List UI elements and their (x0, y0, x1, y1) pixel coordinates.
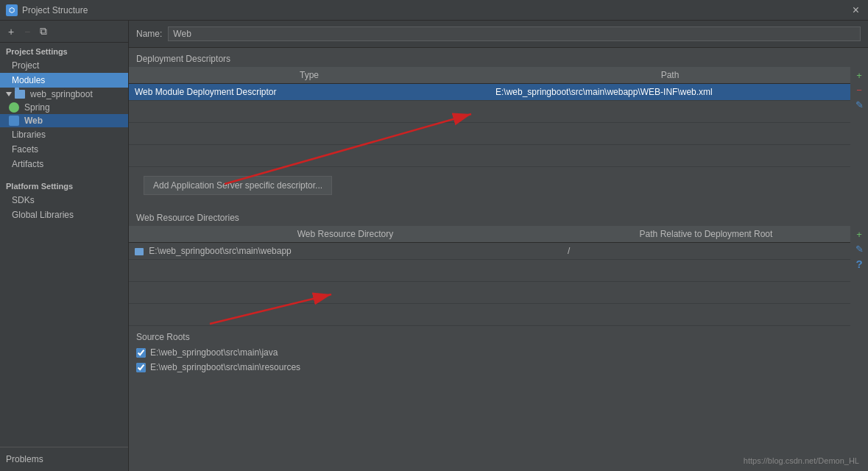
table-row-empty (129, 282, 850, 304)
deployment-descriptors-title: Deployment Descriptors (129, 48, 868, 67)
col-type: Type (129, 67, 490, 84)
sidebar: + − ⧉ Project Settings Project Modules w… (0, 21, 129, 471)
web-resource-action-buttons: + ✎ ? (850, 226, 868, 326)
table-row[interactable]: Web Module Deployment Descriptor E:\web_… (129, 84, 850, 101)
content-scroll: Deployment Descriptors Type Path Web Mod (129, 48, 868, 471)
problems-section: Problems (0, 447, 128, 471)
app-icon: ⬡ (6, 4, 18, 16)
web-resource-table: Web Resource Directory Path Relative to … (129, 226, 850, 326)
sidebar-item-global-libraries[interactable]: Global Libraries (0, 208, 128, 222)
source-roots-title: Source Roots (129, 326, 868, 345)
table-row-empty (129, 260, 850, 282)
sidebar-item-sdks[interactable]: SDKs (0, 193, 128, 208)
name-row: Name: (129, 21, 868, 48)
title-bar: ⬡ Project Structure × (0, 0, 868, 21)
expand-icon (6, 92, 12, 96)
sidebar-item-project[interactable]: Project (0, 58, 128, 73)
tree-web[interactable]: Web (0, 114, 128, 127)
content-panel: Name: Deployment Descriptors Type Path (129, 21, 868, 471)
add-descriptor-button-container: Add Application Server specific descript… (129, 167, 868, 207)
sidebar-item-libraries[interactable]: Libraries (0, 127, 128, 142)
watermark: https://blog.csdn.net/Demon_HL (744, 456, 859, 465)
cell-web-dir: E:\web_springboot\src\main\webapp (129, 243, 562, 260)
title-bar-left: ⬡ Project Structure (6, 4, 88, 16)
source-root-java-label: E:\web_springboot\src\main\java (150, 347, 278, 358)
main-layout: + − ⧉ Project Settings Project Modules w… (0, 21, 868, 471)
sidebar-toolbar: + − ⧉ (0, 21, 128, 43)
table-row-empty (129, 304, 850, 326)
source-root-java-checkbox[interactable] (136, 348, 146, 358)
sidebar-item-problems[interactable]: Problems (6, 452, 122, 467)
name-input[interactable] (168, 26, 861, 41)
web-resource-directories-title: Web Resource Directories (129, 207, 868, 226)
spring-icon (9, 102, 19, 113)
name-label: Name: (136, 29, 162, 39)
platform-settings-header: Platform Settings (0, 177, 128, 193)
source-root-java: E:\web_springboot\src\main\java (129, 345, 868, 360)
add-descriptor-button[interactable]: Add Application Server specific descript… (144, 176, 332, 195)
cell-path: E:\web_springboot\src\main\webapp\WEB-IN… (490, 84, 850, 101)
sidebar-item-modules[interactable]: Modules (0, 73, 128, 88)
deployment-descriptors-section: Type Path Web Module Deployment Descript… (129, 67, 868, 167)
help-web-resource-btn[interactable]: ? (853, 257, 866, 270)
table-row-empty (129, 101, 850, 123)
source-root-resources-label: E:\web_springboot\src\main\resources (150, 362, 300, 372)
source-root-resources: E:\web_springboot\src\main\resources (129, 360, 868, 375)
deployment-descriptors-table-container: Type Path Web Module Deployment Descript… (129, 67, 850, 167)
tree-spring[interactable]: Spring (0, 101, 128, 114)
add-web-resource-btn[interactable]: + (853, 227, 866, 241)
cell-type: Web Module Deployment Descriptor (129, 84, 490, 101)
cell-relative-path: / (562, 243, 850, 260)
project-settings-header: Project Settings (0, 43, 128, 58)
remove-button[interactable]: − (21, 25, 34, 38)
table-row-empty (129, 145, 850, 167)
source-root-resources-checkbox[interactable] (136, 363, 146, 372)
dir-folder-icon (135, 248, 144, 255)
copy-button[interactable]: ⧉ (37, 25, 50, 38)
folder-icon (15, 90, 25, 99)
web-icon (9, 116, 19, 126)
deployment-action-buttons: + − ✎ (850, 67, 868, 167)
web-resource-directories-section: Web Resource Directory Path Relative to … (129, 226, 868, 326)
edit-web-resource-btn[interactable]: ✎ (853, 242, 866, 255)
sidebar-item-artifacts[interactable]: Artifacts (0, 157, 128, 171)
table-row-empty (129, 123, 850, 145)
title-bar-title: Project Structure (22, 5, 88, 15)
table-row[interactable]: E:\web_springboot\src\main\webapp / (129, 243, 850, 260)
col-relative-path: Path Relative to Deployment Root (562, 226, 850, 243)
sidebar-item-facets[interactable]: Facets (0, 142, 128, 157)
add-button[interactable]: + (4, 25, 18, 38)
col-web-dir: Web Resource Directory (129, 226, 562, 243)
close-button[interactable]: × (850, 4, 862, 17)
edit-descriptor-btn[interactable]: ✎ (853, 98, 866, 111)
deployment-descriptors-table: Type Path Web Module Deployment Descript… (129, 67, 850, 167)
remove-descriptor-btn[interactable]: − (853, 83, 866, 96)
web-resource-table-container: Web Resource Directory Path Relative to … (129, 226, 850, 326)
add-descriptor-btn[interactable]: + (853, 68, 866, 82)
col-path: Path (490, 67, 850, 84)
tree-root[interactable]: web_springboot (0, 88, 128, 101)
